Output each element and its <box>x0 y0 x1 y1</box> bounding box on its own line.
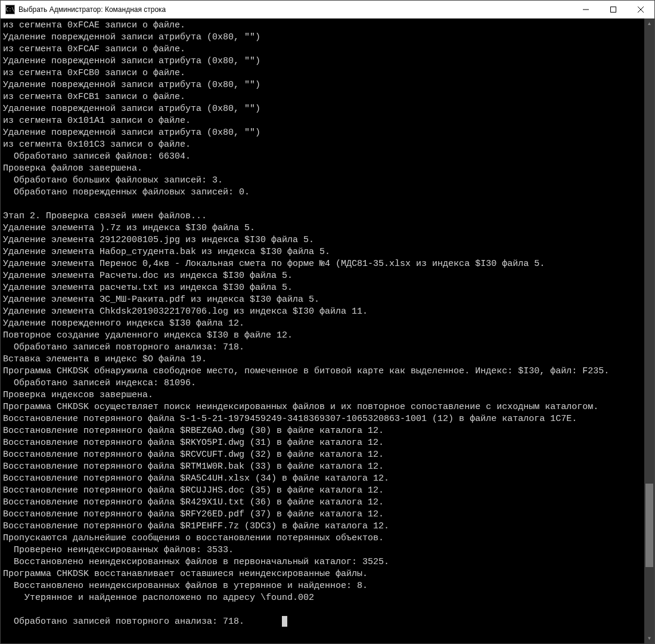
svg-rect-1 <box>611 7 616 13</box>
console-line: Обработано записей файлов: 66304. <box>3 151 191 162</box>
window-controls <box>572 1 654 18</box>
minimize-button[interactable] <box>572 1 600 18</box>
console-line: Удаление элемента 29122008105.jpg из инд… <box>3 235 314 245</box>
scroll-thumb[interactable] <box>645 484 653 567</box>
console-line: Удаление элемента Расчеты.doc из индекса… <box>3 271 293 281</box>
window-title: Выбрать Администратор: Командная строка <box>18 5 572 14</box>
console-line: Восстановление потерянного файла $RKYO5P… <box>3 438 384 448</box>
console-line: Удаление поврежденной записи атрибута (0… <box>3 56 260 66</box>
console-line: Удаление поврежденной записи атрибута (0… <box>3 80 260 90</box>
console-line: Удаление элемента Перенос 0,4кв - Локаль… <box>3 259 545 269</box>
console-line: Повторное создание удаленного индекса $I… <box>3 330 293 340</box>
console-line: Программа CHKDSK осуществляет поиск неин… <box>3 402 598 412</box>
console-line: Удаление поврежденного индекса $I30 файл… <box>3 318 244 329</box>
console-line: из сегмента 0xFCB1 записи о файле. <box>3 92 185 102</box>
console-line: из сегмента 0x101C3 записи о файле. <box>3 140 191 150</box>
console-line: Удаление поврежденной записи атрибута (0… <box>3 128 260 138</box>
scroll-up-button[interactable]: ▲ <box>644 18 654 29</box>
console-line: Удаление элемента ЭС_МШ-Ракита.pdf из ин… <box>3 295 319 305</box>
close-button[interactable] <box>627 1 654 18</box>
console-line: Утерянное и найденное расположено по адр… <box>3 593 314 603</box>
console-line: Восстановление потерянного файла $RBEZ6A… <box>3 426 384 436</box>
console-line: из сегмента 0x101A1 записи о файле. <box>3 116 191 126</box>
console-line: Восстановление потерянного файла $RCVCUF… <box>3 450 384 460</box>
console-line: Программа CHKDSK восстанавливает оставши… <box>3 569 368 579</box>
console-line: Восстановление потерянного файла $RCUJJH… <box>3 485 384 496</box>
maximize-button[interactable] <box>600 1 627 18</box>
console-line: Восстановлено неиндексированных файлов в… <box>3 557 389 567</box>
console-output[interactable]: из сегмента 0xFCAE записи о файле. Удале… <box>1 18 644 643</box>
console-line: Восстановлено неиндексированных файлов в… <box>3 581 368 591</box>
command-prompt-window: C:\ Выбрать Администратор: Командная стр… <box>0 0 655 644</box>
console-line: Восстановление потерянного файла $RA5C4U… <box>3 473 389 484</box>
console-line: Обработано больших файловых записей: 3. <box>3 175 223 185</box>
console-line: Удаление элемента Chkdsk20190322170706.l… <box>3 306 368 317</box>
console-line: Обработано записей индекса: 81096. <box>3 378 196 388</box>
console-line: Восстановление потерянного файла $RFY26E… <box>3 509 384 519</box>
titlebar[interactable]: C:\ Выбрать Администратор: Командная стр… <box>1 1 654 18</box>
console-line: из сегмента 0xFCB0 записи о файле. <box>3 68 185 78</box>
text-cursor <box>282 616 287 627</box>
scroll-down-button[interactable]: ▼ <box>644 633 654 643</box>
console-line: Восстановление потерянного файла S-1-5-2… <box>3 414 577 424</box>
console-line: Вставка элемента в индекс $O файла 19. <box>3 354 207 364</box>
console-line: Пропускаются дальнейшие сообщения о восс… <box>3 533 384 543</box>
console-line: Восстановление потерянного файла $R429X1… <box>3 497 384 507</box>
console-line: Проверено неиндексированных файлов: 3533… <box>3 545 234 555</box>
console-line: из сегмента 0xFCAE записи о файле. <box>3 20 185 30</box>
cmd-icon: C:\ <box>5 5 15 14</box>
console-line: Проверка индексов завершена. <box>3 390 153 400</box>
vertical-scrollbar[interactable]: ▲ ▼ <box>644 18 654 643</box>
console-line: Обработано записей повторного анализа: 7… <box>3 342 244 352</box>
console-line: Восстановление потерянного файла $RTM1W0… <box>3 462 384 472</box>
client-area: из сегмента 0xFCAE записи о файле. Удале… <box>1 18 654 643</box>
console-line: Удаление элемента ).7z из индекса $I30 ф… <box>3 223 255 233</box>
console-line: Удаление элемента Набор_студента.bak из … <box>3 247 330 257</box>
console-line: Программа CHKDSK обнаружила свободное ме… <box>3 366 609 376</box>
console-line: из сегмента 0xFCAF записи о файле. <box>3 44 185 54</box>
console-line: Обработано записей повторного анализа: 7… <box>3 617 282 627</box>
console-line: Восстановление потерянного файла $R1PEHF… <box>3 521 389 531</box>
console-line: Проверка файлов завершена. <box>3 163 142 174</box>
console-line: Удаление поврежденной записи атрибута (0… <box>3 104 260 114</box>
console-line: Обработано поврежденных файловых записей… <box>3 187 250 197</box>
console-line: Этап 2. Проверка связей имен файлов... <box>3 211 207 221</box>
console-line: Удаление элемента расчеты.txt из индекса… <box>3 283 293 293</box>
console-line: Удаление поврежденной записи атрибута (0… <box>3 32 260 42</box>
